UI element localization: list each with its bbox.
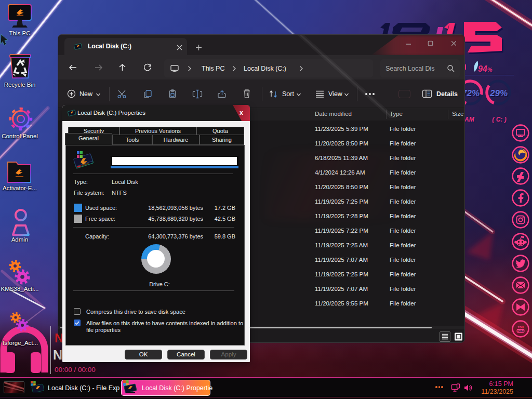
svg-text:Tube: Tube [517, 329, 525, 332]
svg-text:You: You [517, 325, 524, 329]
